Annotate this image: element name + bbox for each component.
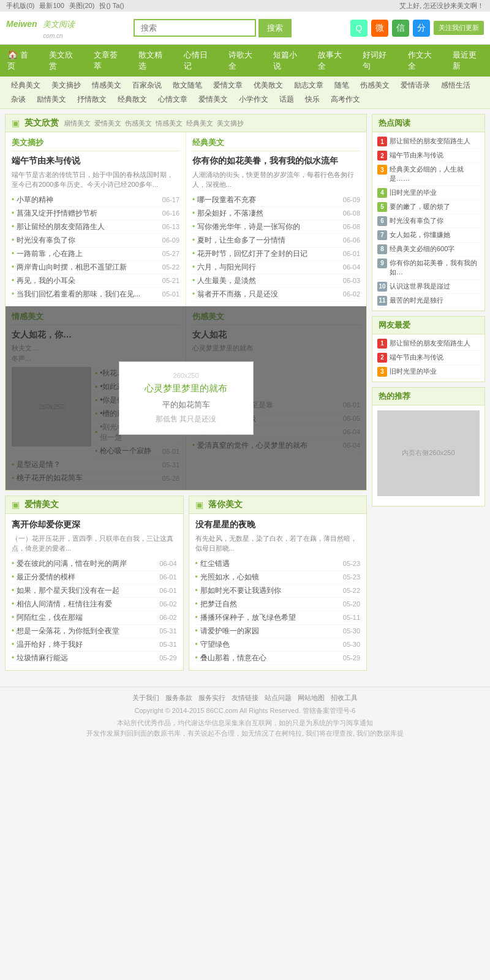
subnav-lizhi[interactable]: 励志文章	[289, 79, 328, 92]
sidebar-link[interactable]: 女人如花，你懂嫌她	[390, 230, 450, 239]
sidebar-link[interactable]: 经典美文必细的600字	[390, 244, 454, 254]
sidebar-link[interactable]: 端午节由来与传说	[390, 353, 443, 362]
article-link[interactable]: 时光没有辜负了你	[12, 235, 75, 246]
subnav-jingdian[interactable]: 经典美文	[6, 79, 45, 92]
sidebar-link[interactable]: 那让留经的朋友变陌路生人	[390, 339, 470, 348]
article-link[interactable]: 相信人间清情，枉情往注有爱	[12, 599, 112, 609]
spring-featured-title[interactable]: 没有星星的夜晚	[195, 519, 361, 531]
nav-wenzhang[interactable]: 文章荟萃	[86, 45, 131, 77]
article-link[interactable]: 那让留经的朋友变陌路生人	[12, 222, 105, 232]
article-link[interactable]: 请爱护唯一的家园	[195, 626, 259, 636]
subnav-aiqing[interactable]: 爱情文章	[208, 79, 247, 92]
sidebar-link[interactable]: 你有你的如花美眷，我有我的如…	[390, 258, 480, 277]
section-link-4[interactable]: 情感美文	[156, 119, 183, 128]
sidebar-link[interactable]: 时光没有辜负了你	[390, 216, 443, 225]
footer-link-sitemap2[interactable]: 网站地图	[298, 693, 325, 703]
section-link-3[interactable]: 伤感美文	[125, 119, 152, 128]
subnav-xingqing-wz[interactable]: 心情文章	[153, 93, 192, 106]
rss-button[interactable]: 关注我们更新	[434, 21, 484, 35]
topbar-link-mobile[interactable]: 手机版(0)	[6, 1, 34, 10]
article-link[interactable]: 如果，那个星天我们没有在一起	[12, 586, 119, 596]
subnav-gaokao[interactable]: 高考作文	[326, 93, 365, 106]
col2-featured-title[interactable]: 你有你的如花美眷，我有我的似水流年	[192, 155, 360, 167]
sidebar-link[interactable]: 端午节由来与传说	[390, 151, 443, 160]
article-link[interactable]: 温开给好，终于我好	[12, 639, 83, 650]
sidebar-link[interactable]: 旧时光里的毕业	[390, 188, 437, 197]
sidebar-link[interactable]: 那让留经的朋友变陌路生人	[390, 137, 470, 146]
footer-link-service2[interactable]: 服务实行	[198, 693, 225, 703]
article-link[interactable]: 翁者开不而殇，只是还没	[192, 289, 278, 300]
subnav-ganshu[interactable]: 感悟生活	[436, 79, 475, 92]
article-link[interactable]: 那如时光不要让我遇到你	[195, 586, 281, 596]
nav-home[interactable]: 🏠 首页	[0, 45, 42, 77]
nav-meiwen[interactable]: 美文欣赏	[42, 45, 86, 77]
article-link[interactable]: 红尘错遇	[195, 559, 230, 569]
weixin-icon[interactable]: 信	[392, 20, 409, 37]
article-link[interactable]: 花开时节，回忆灯开了全封的日记	[192, 249, 307, 259]
subnav-zhaichao[interactable]: 美文摘抄	[47, 79, 86, 92]
subnav-kuaile[interactable]: 快乐	[300, 93, 325, 106]
footer-link-tools[interactable]: 招收工具	[331, 693, 358, 703]
article-link[interactable]: 把梦迁自然	[195, 599, 237, 609]
article-link[interactable]: 再见，我的小耳朵	[12, 276, 75, 286]
subnav-qinggan[interactable]: 情感美文	[87, 79, 126, 92]
love-featured-title[interactable]: 离开你却爱你更深	[12, 519, 177, 531]
subnav-suibi[interactable]: 随笔	[330, 79, 354, 92]
nav-xingqing[interactable]: 心情日记	[176, 45, 221, 77]
footer-link-service1[interactable]: 服务条款	[165, 693, 192, 703]
subnav-jingdian-sw[interactable]: 经典散文	[113, 93, 152, 106]
article-link[interactable]: 六月，与阳光同行	[192, 262, 256, 273]
article-link[interactable]: 当我们回忆着童看的那味，我们在见...	[12, 289, 140, 300]
share-icon[interactable]: 分	[413, 20, 430, 37]
col1-featured-title[interactable]: 端午节由来与传说	[12, 155, 179, 167]
article-link[interactable]: 哪一段童着不充赛	[192, 195, 256, 205]
article-link[interactable]: 爱在彼此的问满，惜在时光的两岸	[12, 559, 127, 569]
article-link[interactable]: 最正分爱情的模样	[12, 572, 75, 582]
subnav-sanwen-sui[interactable]: 散文随笔	[168, 79, 207, 92]
article-link[interactable]: 垃圾情麻行能远	[12, 653, 68, 663]
nav-duanpian[interactable]: 短篇小说	[266, 45, 311, 77]
article-link[interactable]: 小草的精神	[12, 195, 53, 205]
section-link-1[interactable]: 扇情美文	[64, 119, 91, 128]
article-link[interactable]: 叠山那着，情意在心	[195, 653, 266, 663]
article-link[interactable]: 菖蒲又绽开抒情赠抄节析	[12, 208, 97, 219]
article-link[interactable]: 那朵妲好，不落凄然	[192, 208, 263, 219]
sidebar-link[interactable]: 认识这世界我是踫过	[390, 282, 450, 291]
footer-link-about[interactable]: 关于我们	[132, 693, 159, 703]
article-link[interactable]: 播播环保种子，放飞绿色希望	[195, 612, 296, 623]
subnav-zatan[interactable]: 杂谈	[6, 93, 31, 106]
article-link[interactable]: 守望绿色	[195, 639, 230, 650]
subnav-liqing[interactable]: 励情美文	[32, 93, 71, 106]
topbar-link-ta[interactable]: 投() Ta()	[99, 1, 124, 10]
article-link[interactable]: 夏时，让生命多了一分情情	[192, 235, 285, 246]
subnav-aiqing-mw[interactable]: 爱情美文	[194, 93, 233, 106]
topbar-link-img[interactable]: 美图(20)	[69, 1, 95, 10]
logo[interactable]: Meiwen 美文阅读com.cn	[6, 17, 75, 39]
qq-icon[interactable]: Q	[350, 20, 368, 37]
section-link-2[interactable]: 爱情美文	[94, 119, 121, 128]
sidebar-link[interactable]: 要的嫩了，暖的烦了	[390, 202, 450, 211]
subnav-shanggan[interactable]: 伤感美文	[355, 79, 394, 92]
nav-zuowen[interactable]: 作文大全	[401, 45, 445, 77]
article-link[interactable]: 阿陌红尘，伐在那端	[12, 612, 83, 623]
nav-shige[interactable]: 诗歌大全	[221, 45, 266, 77]
nav-zuijin[interactable]: 最近更新	[445, 45, 490, 77]
footer-link-sitemap[interactable]: 站点问题	[265, 693, 292, 703]
sidebar-link[interactable]: 最苦的时光是独行	[390, 296, 443, 305]
nav-sanwen[interactable]: 散文精选	[131, 45, 176, 77]
section-link-5[interactable]: 经典美文	[186, 119, 213, 128]
section-link-6[interactable]: 美文摘抄	[217, 119, 244, 128]
sidebar-link[interactable]: 旧时光里的毕业	[390, 367, 437, 376]
search-input[interactable]	[134, 19, 256, 37]
footer-link-friend[interactable]: 友情链接	[232, 693, 258, 703]
subnav-shuqing[interactable]: 抒情散文	[72, 93, 111, 106]
topbar-link-latest[interactable]: 最新100	[39, 1, 64, 10]
article-link[interactable]: 两岸青山向时摆，相思不遥望江新	[12, 262, 127, 273]
article-link[interactable]: 写你倦光华年，诗是一张写你的	[192, 222, 300, 232]
article-link[interactable]: 一路前靠，心在路上	[12, 249, 83, 259]
nav-gushi[interactable]: 故事大全	[311, 45, 355, 77]
weibo-icon[interactable]: 微	[371, 20, 388, 37]
article-link[interactable]: 想是一朵落花，为你抵到全夜堂	[12, 626, 119, 636]
subnav-youmei[interactable]: 优美散文	[249, 79, 288, 92]
subnav-huati[interactable]: 话题	[274, 93, 299, 106]
